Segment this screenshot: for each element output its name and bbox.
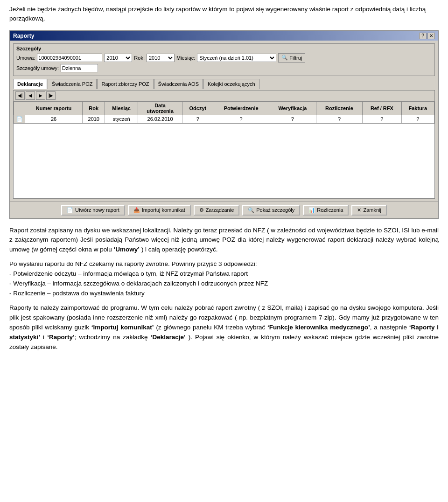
- szczegoly-umowy-input[interactable]: [61, 64, 98, 72]
- dialog-titlebar: Raporty ? ✕: [10, 31, 438, 41]
- importuj-icon: 📥: [133, 207, 140, 213]
- filter-button[interactable]: 🔍 Filtruj: [278, 53, 305, 63]
- table-toolbar: ◀| ◀ ▶ |▶: [14, 91, 434, 101]
- tab-swiadczenia-poz[interactable]: Świadczenia POZ: [48, 79, 97, 89]
- tabs-row: Deklaracje Świadczenia POZ Raport zbiorc…: [13, 79, 435, 89]
- col-data: Datautworzenia: [138, 101, 182, 115]
- reports-table: Numer raportu Rok Miesiąc Datautworzenia…: [14, 101, 434, 124]
- section-title: Szczegóły: [16, 46, 432, 51]
- tab-deklaracje-label: Deklaracje: [17, 81, 43, 87]
- nowy-raport-button[interactable]: 📄 Utwórz nowy raport: [61, 205, 125, 216]
- miesiac-select[interactable]: Styczeń (na dzień 1.01): [197, 54, 276, 62]
- row-miesiac: styczeń: [105, 115, 138, 123]
- col-rozliczenie: Rozliczenie: [316, 101, 362, 115]
- form-row-2: Szczegóły umowy:: [16, 64, 432, 72]
- tab-swiadczenia-aos-label: Świadczenia AOS: [158, 81, 199, 87]
- col-icon: [14, 101, 25, 115]
- importuj-button[interactable]: 📥 Importuj komunikat: [128, 205, 191, 216]
- row-numer: 26: [25, 115, 83, 123]
- dialog-window: Raporty ? ✕ Szczegóły Umowa: 2010 Rok:: [9, 30, 439, 219]
- row-rok: 2010: [83, 115, 105, 123]
- filter-icon: 🔍: [281, 55, 288, 61]
- table-area: ◀| ◀ ▶ |▶ Numer raportu Rok Miesiąc Data…: [13, 90, 435, 199]
- col-rok: Rok: [83, 101, 105, 115]
- szczegoly-section: Szczegóły Umowa: 2010 Rok: 2010 Miesiąc:…: [13, 43, 435, 76]
- dialog-title: Raporty: [13, 33, 34, 39]
- row-ref-rfx: ?: [363, 115, 401, 123]
- rozliczenia-label: Rozliczenia: [317, 207, 343, 213]
- importuj-label: Importuj komunikat: [142, 207, 185, 213]
- dialog-footer: 📄 Utwórz nowy raport 📥 Importuj komunika…: [10, 202, 438, 218]
- rozliczenia-button[interactable]: 📊 Rozliczenia: [303, 205, 349, 216]
- umowa-label: Umowa:: [16, 55, 35, 61]
- zarzadzanie-icon: ⚙: [199, 207, 204, 213]
- col-odczyt: Odczyt: [182, 101, 213, 115]
- table-empty-area: [14, 124, 434, 198]
- szczegoly-umowy-label: Szczegóły umowy:: [16, 65, 59, 71]
- toolbar-btn-3[interactable]: ▶: [36, 91, 45, 100]
- tab-deklaracje[interactable]: Deklaracje: [13, 79, 47, 89]
- miesiac-label: Miesiąc:: [176, 55, 195, 61]
- dialog-body: Szczegóły Umowa: 2010 Rok: 2010 Miesiąc:…: [10, 41, 438, 202]
- col-faktura: Faktura: [401, 101, 434, 115]
- tab-swiadczenia-aos[interactable]: Świadczenia AOS: [154, 79, 203, 89]
- close-window-button[interactable]: ✕: [427, 33, 435, 39]
- filter-label: Filtruj: [289, 55, 302, 61]
- row-data: 26.02.2010: [138, 115, 182, 123]
- intro-text: Jeżeli nie będzie żadnych błędów, nastąp…: [9, 5, 439, 24]
- body-paragraph-1: Raport został zapisany na dysku we wskaz…: [9, 226, 439, 255]
- body-paragraph-3: Raporty te należy zaimportować do progra…: [9, 303, 439, 352]
- titlebar-buttons: ? ✕: [419, 33, 435, 39]
- toolbar-btn-4[interactable]: |▶: [46, 91, 56, 100]
- body-paragraph-2: Po wysłaniu raportu do NFZ czekamy na ra…: [9, 259, 439, 299]
- help-button[interactable]: ?: [419, 33, 427, 39]
- toolbar-btn-1[interactable]: ◀|: [15, 91, 25, 100]
- zarzadzanie-button[interactable]: ⚙ Zarządzanie: [194, 205, 240, 216]
- form-row-1: Umowa: 2010 Rok: 2010 Miesiąc: Styczeń (…: [16, 53, 432, 63]
- tab-raport-zbiorczy[interactable]: Raport zbiorczy POZ: [97, 79, 153, 89]
- col-weryfikacja: Weryfikacja: [269, 101, 316, 115]
- col-numer: Numer raportu: [25, 101, 83, 115]
- table-row[interactable]: 📄 26 2010 styczeń 26.02.2010 ? ? ? ? ? ?: [14, 115, 434, 123]
- umowa-input[interactable]: [37, 54, 102, 62]
- nowy-raport-label: Utwórz nowy raport: [75, 207, 119, 213]
- row-potwierdzenie: ?: [213, 115, 269, 123]
- pokaz-szczegoly-label: Pokaż szczegóły: [256, 207, 294, 213]
- tab-raport-zbiorczy-label: Raport zbiorczy POZ: [101, 81, 149, 87]
- col-ref-rfx: Ref / RFX: [363, 101, 401, 115]
- col-potwierdzenie: Potwierdzenie: [213, 101, 269, 115]
- row-weryfikacja: ?: [269, 115, 316, 123]
- row-faktura: ?: [401, 115, 434, 123]
- rok-value-select[interactable]: 2010: [147, 54, 175, 62]
- row-rozliczenie: ?: [316, 115, 362, 123]
- tab-kolejki[interactable]: Kolejki oczekujących: [203, 79, 259, 89]
- pokaz-szczegoly-icon: 🔍: [248, 207, 254, 213]
- col-miesiac: Miesiąc: [105, 101, 138, 115]
- tab-swiadczenia-poz-label: Świadczenia POZ: [52, 81, 92, 87]
- zamknij-button[interactable]: ✕ Zamknij: [351, 205, 387, 216]
- row-odczyt: ?: [182, 115, 213, 123]
- rok-select[interactable]: 2010: [104, 54, 132, 62]
- row-icon: 📄: [14, 115, 25, 123]
- nowy-raport-icon: 📄: [67, 207, 73, 213]
- zamknij-label: Zamknij: [363, 207, 381, 213]
- rok-label: Rok:: [134, 55, 145, 61]
- toolbar-btn-2[interactable]: ◀: [26, 91, 35, 100]
- zamknij-icon: ✕: [357, 207, 361, 213]
- zarzadzanie-label: Zarządzanie: [206, 207, 234, 213]
- rozliczenia-icon: 📊: [308, 207, 315, 213]
- tab-kolejki-label: Kolejki oczekujących: [208, 81, 255, 87]
- pokaz-szczegoly-button[interactable]: 🔍 Pokaż szczegóły: [242, 205, 300, 216]
